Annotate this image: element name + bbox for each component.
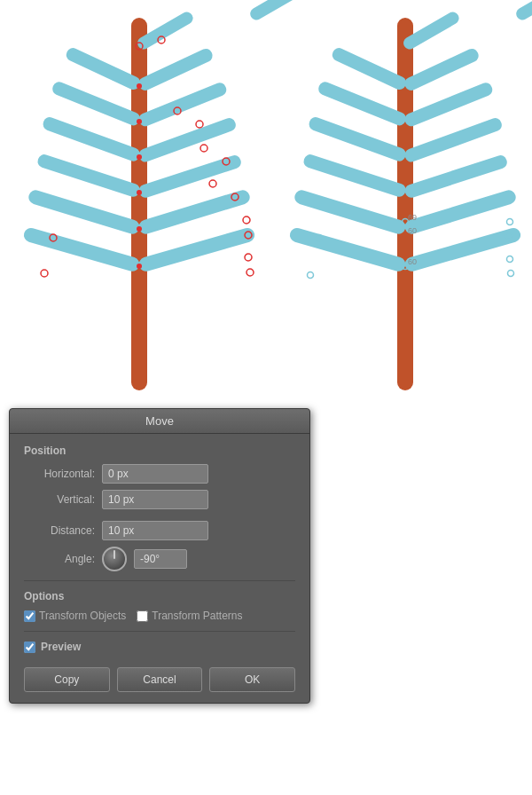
svg-rect-2 (248, 0, 309, 22)
svg-point-20 (196, 121, 203, 128)
svg-point-27 (137, 226, 142, 232)
dialog-title: Move (10, 409, 309, 434)
move-dialog: Move Position Horizontal: Vertical: Dist… (9, 408, 310, 704)
angle-dial[interactable] (102, 547, 127, 571)
svg-rect-37 (514, 0, 532, 22)
svg-point-33 (245, 254, 252, 261)
distance-input[interactable] (102, 521, 208, 540)
svg-point-29 (243, 216, 250, 224)
svg-rect-9 (137, 153, 243, 199)
svg-point-17 (137, 83, 142, 89)
transform-objects-checkbox[interactable] (24, 610, 35, 622)
svg-point-34 (246, 269, 254, 276)
angle-row: Angle: (24, 547, 295, 571)
cancel-button[interactable]: Cancel (117, 667, 203, 692)
svg-rect-4 (64, 46, 142, 92)
vertical-input[interactable] (102, 490, 208, 509)
angle-input[interactable] (134, 549, 187, 569)
svg-point-18 (137, 119, 142, 124)
options-checkboxes: Transform Objects Transform Patterns (24, 610, 295, 622)
svg-rect-45 (302, 153, 408, 198)
svg-rect-44 (403, 153, 509, 199)
svg-text:60: 60 (408, 226, 417, 235)
horizontal-input[interactable] (102, 464, 208, 484)
transform-patterns-checkbox[interactable] (137, 610, 148, 622)
svg-rect-14 (22, 226, 141, 273)
copy-button[interactable]: Copy (24, 667, 110, 692)
svg-point-52 (507, 219, 513, 225)
preview-row: Preview (24, 641, 295, 653)
svg-rect-12 (27, 188, 141, 235)
svg-rect-3 (137, 47, 215, 93)
options-label: Options (24, 590, 295, 602)
svg-point-31 (137, 264, 142, 269)
tree-illustration: 69 60 60 (0, 0, 532, 408)
svg-rect-13 (137, 226, 256, 273)
svg-rect-39 (330, 46, 408, 92)
vertical-row: Vertical: (24, 490, 295, 509)
options-section: Options Transform Objects Transform Patt… (24, 590, 295, 622)
canvas-area: 69 60 60 (0, 0, 532, 408)
separator-2 (24, 631, 295, 632)
svg-point-25 (209, 180, 216, 187)
svg-point-56 (507, 256, 513, 263)
distance-label: Distance: (24, 524, 95, 537)
svg-rect-0 (131, 18, 147, 390)
svg-text:60: 60 (408, 257, 417, 266)
svg-point-32 (41, 270, 48, 277)
svg-text:69: 69 (408, 213, 417, 222)
svg-point-24 (137, 190, 142, 195)
horizontal-label: Horizontal: (24, 468, 95, 480)
svg-rect-10 (36, 153, 142, 198)
svg-rect-49 (288, 226, 407, 273)
button-row: Copy Cancel OK (24, 664, 295, 692)
horizontal-row: Horizontal: (24, 464, 295, 484)
svg-rect-48 (403, 226, 522, 273)
transform-objects-label: Transform Objects (39, 610, 126, 622)
position-section-label: Position (24, 445, 295, 457)
svg-rect-47 (293, 188, 407, 235)
svg-point-57 (508, 271, 514, 277)
svg-point-22 (200, 145, 207, 152)
svg-point-21 (137, 154, 142, 160)
transform-patterns-item: Transform Patterns (137, 610, 242, 622)
svg-rect-11 (137, 188, 252, 235)
distance-row: Distance: (24, 521, 295, 540)
ok-button[interactable]: OK (209, 667, 295, 692)
separator-1 (24, 580, 295, 581)
preview-label: Preview (41, 641, 81, 653)
svg-rect-38 (403, 47, 481, 93)
transform-patterns-label: Transform Patterns (152, 610, 242, 622)
svg-point-55 (308, 272, 314, 279)
vertical-label: Vertical: (24, 493, 95, 506)
transform-objects-item: Transform Objects (24, 610, 126, 622)
svg-rect-46 (403, 188, 518, 235)
preview-checkbox[interactable] (24, 642, 35, 653)
svg-rect-35 (397, 18, 413, 390)
angle-label: Angle: (24, 553, 95, 565)
